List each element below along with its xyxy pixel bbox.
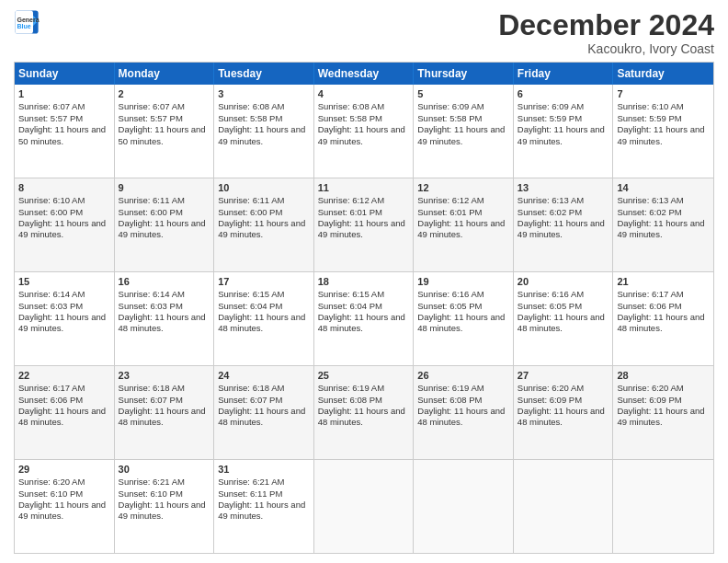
logo: General Blue	[14, 9, 40, 35]
day-15: 15 Sunrise: 6:14 AM Sunset: 6:03 PM Dayl…	[15, 272, 115, 365]
day-13: 13 Sunrise: 6:13 AM Sunset: 6:02 PM Dayl…	[514, 178, 614, 271]
day-20: 20 Sunrise: 6:16 AM Sunset: 6:05 PM Dayl…	[514, 272, 614, 365]
sunrise-1: Sunrise: 6:07 AM	[18, 101, 85, 111]
sunrise-5: Sunrise: 6:09 AM	[417, 101, 483, 111]
header-wednesday: Wednesday	[314, 63, 415, 85]
day-4: 4 Sunrise: 6:08 AM Sunset: 5:58 PM Dayli…	[314, 85, 415, 178]
day-12: 12 Sunrise: 6:12 AM Sunset: 6:01 PM Dayl…	[414, 178, 514, 271]
week-row-5: 29 Sunrise: 6:20 AM Sunset: 6:10 PM Dayl…	[15, 459, 713, 553]
day-num-5: 5	[417, 87, 509, 100]
header-thursday: Thursday	[414, 63, 514, 85]
calendar-header: Sunday Monday Tuesday Wednesday Thursday…	[15, 63, 713, 85]
header-saturday: Saturday	[613, 63, 713, 85]
daylight-7: Daylight: 11 hours and 49 minutes.	[617, 124, 704, 145]
day-19: 19 Sunrise: 6:16 AM Sunset: 6:05 PM Dayl…	[414, 272, 514, 365]
day-31: 31 Sunrise: 6:21 AM Sunset: 6:11 PM Dayl…	[214, 460, 314, 553]
day-16: 16 Sunrise: 6:14 AM Sunset: 6:03 PM Dayl…	[115, 272, 215, 365]
empty-cell-1	[314, 460, 415, 553]
daylight-2: Daylight: 11 hours and 50 minutes.	[119, 124, 206, 145]
day-24: 24 Sunrise: 6:18 AM Sunset: 6:07 PM Dayl…	[214, 366, 314, 459]
day-num-1: 1	[18, 87, 110, 100]
daylight-4: Daylight: 11 hours and 49 minutes.	[318, 124, 405, 145]
day-11: 11 Sunrise: 6:12 AM Sunset: 6:01 PM Dayl…	[314, 178, 415, 271]
day-17: 17 Sunrise: 6:15 AM Sunset: 6:04 PM Dayl…	[214, 272, 314, 365]
day-7: 7 Sunrise: 6:10 AM Sunset: 5:59 PM Dayli…	[613, 85, 713, 178]
day-30: 30 Sunrise: 6:21 AM Sunset: 6:10 PM Dayl…	[115, 460, 215, 553]
svg-text:Blue: Blue	[17, 23, 31, 29]
day-18: 18 Sunrise: 6:15 AM Sunset: 6:04 PM Dayl…	[314, 272, 415, 365]
day-2: 2 Sunrise: 6:07 AM Sunset: 5:57 PM Dayli…	[115, 85, 215, 178]
calendar: Sunday Monday Tuesday Wednesday Thursday…	[14, 62, 714, 554]
sunrise-3: Sunrise: 6:08 AM	[218, 101, 284, 111]
sunrise-2: Sunrise: 6:07 AM	[119, 101, 185, 111]
day-6: 6 Sunrise: 6:09 AM Sunset: 5:59 PM Dayli…	[514, 85, 614, 178]
month-title: December 2024	[498, 9, 714, 41]
sunset-4: Sunset: 5:58 PM	[318, 113, 382, 123]
day-25: 25 Sunrise: 6:19 AM Sunset: 6:08 PM Dayl…	[314, 366, 415, 459]
day-29: 29 Sunrise: 6:20 AM Sunset: 6:10 PM Dayl…	[15, 460, 115, 553]
sunset-1: Sunset: 5:57 PM	[18, 113, 83, 123]
week-row-1: 1 Sunrise: 6:07 AM Sunset: 5:57 PM Dayli…	[15, 85, 713, 178]
location: Kacoukro, Ivory Coast	[498, 41, 714, 56]
header: General Blue December 2024 Kacoukro, Ivo…	[14, 9, 714, 56]
day-5: 5 Sunrise: 6:09 AM Sunset: 5:58 PM Dayli…	[414, 85, 514, 178]
week-row-4: 22 Sunrise: 6:17 AM Sunset: 6:06 PM Dayl…	[15, 365, 713, 459]
day-3: 3 Sunrise: 6:08 AM Sunset: 5:58 PM Dayli…	[214, 85, 314, 178]
day-27: 27 Sunrise: 6:20 AM Sunset: 6:09 PM Dayl…	[514, 366, 614, 459]
calendar-body: 1 Sunrise: 6:07 AM Sunset: 5:57 PM Dayli…	[15, 85, 713, 553]
day-num-6: 6	[518, 87, 609, 100]
daylight-6: Daylight: 11 hours and 49 minutes.	[518, 124, 605, 145]
week-row-3: 15 Sunrise: 6:14 AM Sunset: 6:03 PM Dayl…	[15, 271, 713, 365]
day-8: 8 Sunrise: 6:10 AM Sunset: 6:00 PM Dayli…	[15, 178, 115, 271]
empty-cell-3	[514, 460, 614, 553]
day-num-4: 4	[318, 87, 410, 100]
header-tuesday: Tuesday	[214, 63, 314, 85]
day-28: 28 Sunrise: 6:20 AM Sunset: 6:09 PM Dayl…	[613, 366, 713, 459]
title-block: December 2024 Kacoukro, Ivory Coast	[498, 9, 714, 56]
sunset-3: Sunset: 5:58 PM	[218, 113, 282, 123]
sunset-5: Sunset: 5:58 PM	[417, 113, 482, 123]
daylight-1: Daylight: 11 hours and 50 minutes.	[18, 124, 106, 145]
sunrise-4: Sunrise: 6:08 AM	[318, 101, 384, 111]
day-26: 26 Sunrise: 6:19 AM Sunset: 6:08 PM Dayl…	[414, 366, 514, 459]
week-row-2: 8 Sunrise: 6:10 AM Sunset: 6:00 PM Dayli…	[15, 178, 713, 271]
empty-cell-2	[414, 460, 514, 553]
sunset-7: Sunset: 5:59 PM	[617, 113, 681, 123]
day-23: 23 Sunrise: 6:18 AM Sunset: 6:07 PM Dayl…	[115, 366, 215, 459]
logo-icon: General Blue	[14, 9, 40, 35]
header-friday: Friday	[514, 63, 614, 85]
day-22: 22 Sunrise: 6:17 AM Sunset: 6:06 PM Dayl…	[15, 366, 115, 459]
day-num-3: 3	[218, 87, 310, 100]
empty-cell-4	[613, 460, 713, 553]
sunrise-6: Sunrise: 6:09 AM	[518, 101, 584, 111]
sunset-2: Sunset: 5:57 PM	[119, 113, 183, 123]
day-21: 21 Sunrise: 6:17 AM Sunset: 6:06 PM Dayl…	[613, 272, 713, 365]
day-num-2: 2	[119, 87, 210, 100]
day-num-7: 7	[617, 87, 710, 100]
sunrise-7: Sunrise: 6:10 AM	[617, 101, 683, 111]
day-9: 9 Sunrise: 6:11 AM Sunset: 6:00 PM Dayli…	[115, 178, 215, 271]
daylight-5: Daylight: 11 hours and 49 minutes.	[417, 124, 505, 145]
day-14: 14 Sunrise: 6:13 AM Sunset: 6:02 PM Dayl…	[613, 178, 713, 271]
sunset-6: Sunset: 5:59 PM	[518, 113, 582, 123]
header-monday: Monday	[115, 63, 215, 85]
daylight-3: Daylight: 11 hours and 49 minutes.	[218, 124, 305, 145]
day-10: 10 Sunrise: 6:11 AM Sunset: 6:00 PM Dayl…	[214, 178, 314, 271]
header-sunday: Sunday	[15, 63, 115, 85]
svg-text:General: General	[17, 17, 40, 23]
day-1: 1 Sunrise: 6:07 AM Sunset: 5:57 PM Dayli…	[15, 85, 115, 178]
page: General Blue December 2024 Kacoukro, Ivo…	[0, 0, 728, 563]
